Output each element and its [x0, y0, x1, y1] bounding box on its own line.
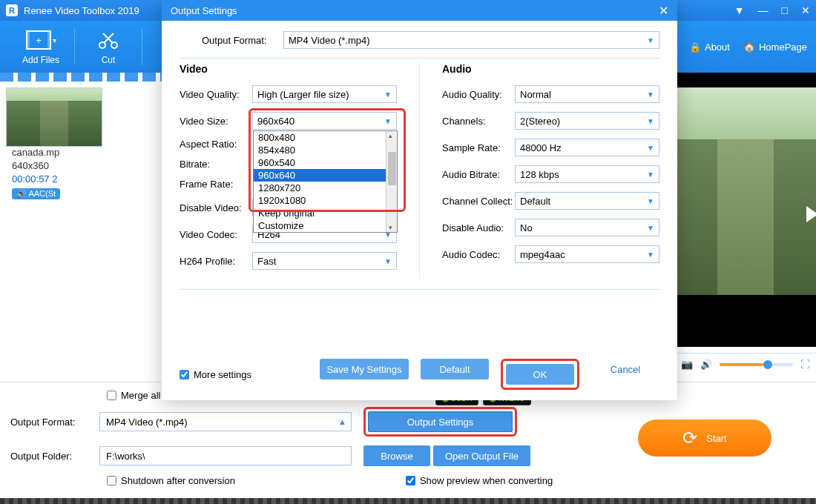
toolbar-separator	[142, 28, 142, 65]
chevron-down-icon: ▼	[647, 170, 654, 179]
dropdown-scrollbar[interactable]: ▴▾	[386, 131, 397, 232]
modal-footer: More settings Save My Settings Default O…	[180, 359, 659, 390]
video-quality-select[interactable]: High (Larger file size)▼	[252, 85, 397, 103]
file-name: canada.mp	[12, 147, 60, 158]
ar-label: Aspect Ratio:	[180, 139, 252, 150]
titlebar-maximize-icon[interactable]: □	[782, 4, 788, 16]
hp-label: H264 Profile:	[180, 256, 252, 267]
cut-label: Cut	[102, 55, 116, 65]
cancel-button[interactable]: Cancel	[591, 359, 659, 379]
channel-collect-select[interactable]: Default▼	[515, 192, 659, 210]
cc-label: Channel Collect:	[442, 196, 515, 207]
file-resolution: 640x360	[12, 160, 60, 171]
merge-checkbox[interactable]	[107, 391, 116, 400]
more-settings-checkbox[interactable]	[180, 370, 189, 379]
svg-rect-1	[27, 31, 30, 49]
reload-icon: ⟳	[682, 428, 697, 448]
output-folder-label: Output Folder:	[10, 451, 99, 462]
audio-codec-select[interactable]: mpeg4aac▼	[515, 245, 659, 263]
about-button[interactable]: 🔒 About	[689, 42, 730, 53]
size-option[interactable]: Keep original	[254, 207, 397, 219]
ac-label: Audio Codec:	[442, 249, 515, 260]
browse-button[interactable]: Browse	[363, 445, 430, 466]
output-settings-button[interactable]: Output Settings	[368, 411, 513, 432]
fullscreen-icon[interactable]: ⛶	[800, 359, 810, 370]
chevron-down-icon: ▼	[384, 117, 392, 125]
size-option[interactable]: 800x480	[254, 131, 397, 144]
vq-label: Video Quality:	[180, 89, 252, 100]
size-option-selected[interactable]: 960x640	[254, 169, 397, 182]
video-size-dropdown: 800x480 854x480 960x540 960x640 1280x720…	[253, 130, 398, 233]
film-add-icon: + ▾	[26, 28, 56, 52]
start-label: Start	[706, 433, 726, 444]
modal-title: Output Settings	[171, 5, 237, 16]
chevron-down-icon: ▼	[647, 251, 654, 259]
open-output-button[interactable]: Open Output File	[433, 445, 530, 466]
audio-bitrate-select[interactable]: 128 kbps▼	[515, 165, 659, 183]
file-thumbnail[interactable]	[6, 87, 102, 147]
chevron-down-icon: ▼	[384, 257, 392, 265]
output-settings-highlight: Output Settings	[363, 407, 517, 437]
ab-label: Audio Bitrate:	[442, 169, 515, 180]
br-label: Bitrate:	[180, 159, 252, 170]
file-list: canada.mp 640x360 00:00:57 2 🔊 AAC(St	[6, 87, 154, 202]
output-format-select[interactable]: MP4 Video (*.mp4) ▲	[99, 412, 352, 431]
sample-rate-select[interactable]: 48000 Hz▼	[515, 139, 659, 156]
chevron-up-icon: ▲	[338, 417, 346, 426]
h264-profile-select[interactable]: Fast▼	[252, 252, 397, 270]
homepage-button[interactable]: 🏠 HomePage	[743, 42, 807, 53]
disable-audio-select[interactable]: No▼	[515, 219, 659, 236]
channels-select[interactable]: 2(Stereo)▼	[515, 112, 659, 130]
volume-icon[interactable]: 🔊	[700, 359, 712, 370]
chevron-down-icon: ▼	[647, 197, 654, 205]
volume-slider[interactable]	[720, 363, 793, 366]
size-option[interactable]: Customize	[254, 219, 397, 232]
titlebar-close-icon[interactable]: ✕	[801, 4, 810, 16]
output-folder-value: F:\works\	[106, 451, 145, 462]
cut-button[interactable]: Cut	[75, 28, 142, 65]
add-files-label: Add Files	[22, 55, 59, 65]
video-header: Video	[180, 63, 397, 75]
titlebar-dropdown-icon[interactable]: ▼	[734, 4, 745, 16]
video-size-select[interactable]: 960x640▼ 800x480 854x480 960x540 960x640…	[252, 112, 397, 130]
fr-label: Frame Rate:	[180, 179, 252, 190]
aq-label: Audio Quality:	[442, 89, 515, 100]
shutdown-checkbox[interactable]	[107, 476, 116, 485]
chevron-down-icon: ▼	[647, 117, 654, 125]
start-button[interactable]: ⟳ Start	[638, 420, 771, 457]
audio-quality-select[interactable]: Normal▼	[515, 85, 659, 103]
preview-checkbox[interactable]	[406, 476, 415, 485]
size-option[interactable]: 1280x720	[254, 182, 397, 194]
titlebar-minimize-icon[interactable]: —	[758, 4, 769, 16]
preview-panel	[675, 73, 816, 347]
size-option[interactable]: 1920x1080	[254, 194, 397, 207]
add-files-button[interactable]: + ▾ Add Files	[7, 28, 74, 65]
modal-output-format-value: MP4 Video (*.mp4)	[289, 35, 370, 46]
dv-label: Disable Video:	[180, 202, 252, 213]
audio-header: Audio	[442, 63, 659, 75]
preview-image	[675, 87, 816, 295]
modal-titlebar: Output Settings ✕	[162, 0, 677, 21]
size-option[interactable]: 960x540	[254, 156, 397, 169]
modal-close-icon[interactable]: ✕	[659, 4, 668, 18]
preview-controls: 📷 🔊 ⛶	[675, 353, 816, 375]
scissors-icon	[97, 28, 119, 52]
audio-badge: 🔊 AAC(St	[12, 188, 60, 199]
vs-label: Video Size:	[180, 116, 252, 127]
svg-text:+: +	[36, 35, 42, 46]
da-label: Disable Audio:	[442, 222, 515, 233]
play-icon[interactable]	[806, 206, 816, 222]
size-option[interactable]: 854x480	[254, 144, 397, 156]
ch-label: Channels:	[442, 116, 515, 127]
output-folder-input[interactable]: F:\works\	[99, 446, 352, 465]
save-settings-button[interactable]: Save My Settings	[320, 359, 409, 379]
default-button[interactable]: Default	[421, 359, 489, 379]
chevron-down-icon: ▼	[647, 36, 654, 44]
chevron-down-icon: ▼	[647, 224, 654, 232]
column-separator	[419, 63, 420, 279]
chevron-down-icon: ▼	[384, 90, 392, 99]
file-info: canada.mp 640x360 00:00:57 2 🔊 AAC(St	[12, 147, 60, 202]
ok-button[interactable]: OK	[506, 364, 574, 385]
modal-output-format-select[interactable]: MP4 Video (*.mp4) ▼	[283, 31, 659, 49]
snapshot-icon[interactable]: 📷	[681, 359, 693, 370]
